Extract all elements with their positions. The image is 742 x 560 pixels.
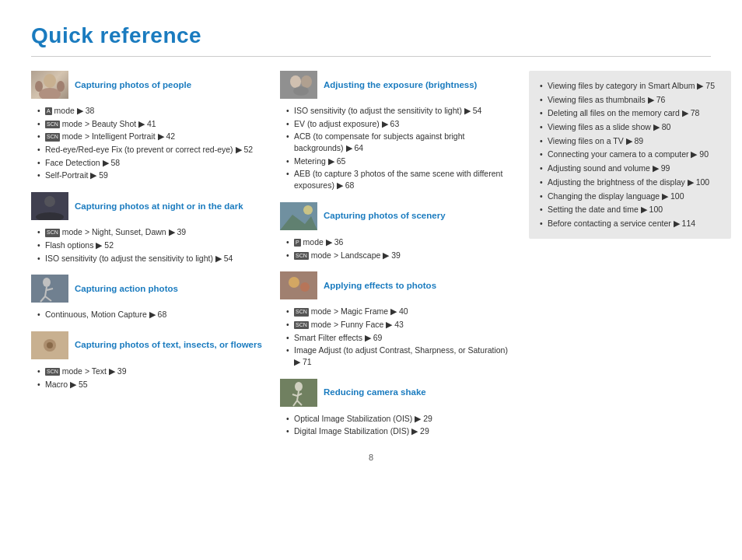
section-effects-header: Applying effects to photos bbox=[280, 271, 513, 299]
list-item: SCN mode > Text ▶ 39 bbox=[37, 366, 264, 377]
list-item: Viewing files by category in Smart Album… bbox=[540, 80, 720, 92]
mode-icon: SCN bbox=[45, 133, 60, 141]
section-shake-list: Optical Image Stabilization (OIS) ▶ 29 D… bbox=[280, 413, 513, 437]
section-exposure-title: Adjusting the exposure (brightness) bbox=[324, 79, 477, 91]
section-action-thumb bbox=[31, 275, 68, 303]
list-item: Continuous, Motion Capture ▶ 68 bbox=[37, 309, 264, 320]
svg-point-2 bbox=[35, 81, 43, 92]
right-info-box: Viewing files by category in Smart Album… bbox=[529, 71, 731, 239]
section-effects-list: SCN mode > Magic Frame ▶ 40 SCN mode > F… bbox=[280, 306, 513, 367]
list-item: Self-Portrait ▶ 59 bbox=[37, 170, 264, 181]
section-action: Capturing action photos Continuous, Moti… bbox=[31, 275, 264, 320]
right-info-list: Viewing files by category in Smart Album… bbox=[540, 80, 720, 229]
section-text-list: SCN mode > Text ▶ 39 Macro ▶ 55 bbox=[31, 366, 264, 390]
mode-icon: SCN bbox=[45, 121, 60, 128]
section-exposure-list: ISO sensitivity (to adjust the sensitivi… bbox=[280, 105, 513, 191]
list-item: ISO sensitivity (to adjust the sensitivi… bbox=[286, 105, 513, 117]
section-effects-thumb bbox=[280, 271, 317, 299]
section-exposure-header: Adjusting the exposure (brightness) bbox=[280, 71, 513, 99]
list-item: SCN mode > Funny Face ▶ 43 bbox=[286, 319, 513, 331]
list-item: Changing the display language ▶ 100 bbox=[540, 191, 720, 202]
section-text-title: Capturing photos of text, insects, or fl… bbox=[75, 339, 262, 351]
section-people-title: Capturing photos of people bbox=[75, 79, 191, 91]
mode-icon: SCN bbox=[45, 368, 60, 376]
section-night: Capturing photos at night or in the dark… bbox=[31, 192, 264, 264]
list-item: SCN mode > Beauty Shot ▶ 41 bbox=[37, 118, 264, 130]
list-item: Deleting all files on the memory card ▶ … bbox=[540, 107, 720, 119]
list-item: Metering ▶ 65 bbox=[286, 156, 513, 167]
section-scenery-header: Capturing photos of scenery bbox=[280, 202, 513, 230]
section-people-list: A mode ▶ 38 SCN mode > Beauty Shot ▶ 41 … bbox=[31, 105, 264, 181]
section-scenery: Capturing photos of scenery P mode ▶ 36 … bbox=[280, 202, 513, 261]
list-item: SCN mode > Magic Frame ▶ 40 bbox=[286, 306, 513, 317]
list-item: Adjusting the brightness of the display … bbox=[540, 177, 720, 188]
section-text-thumb bbox=[31, 331, 68, 359]
section-scenery-list: P mode ▶ 36 SCN mode > Landscape ▶ 39 bbox=[280, 236, 513, 261]
mode-icon: SCN bbox=[294, 321, 309, 329]
section-scenery-thumb bbox=[280, 202, 317, 230]
section-action-list: Continuous, Motion Capture ▶ 68 bbox=[31, 309, 264, 320]
list-item: ISO sensitivity (to adjust the sensitivi… bbox=[37, 253, 264, 264]
list-item: SCN mode > Landscape ▶ 39 bbox=[286, 250, 513, 261]
svg-point-27 bbox=[295, 382, 303, 391]
list-item: Smart Filter effects ▶ 69 bbox=[286, 332, 513, 344]
svg-point-5 bbox=[44, 196, 55, 207]
mode-icon: P bbox=[294, 239, 301, 247]
svg-rect-23 bbox=[280, 271, 317, 299]
mode-icon: SCN bbox=[45, 229, 60, 236]
list-item: Viewing files as thumbnails ▶ 76 bbox=[540, 94, 720, 106]
section-shake-title: Reducing camera shake bbox=[324, 387, 426, 398]
section-scenery-title: Capturing photos of scenery bbox=[324, 210, 446, 222]
section-night-header: Capturing photos at night or in the dark bbox=[31, 192, 264, 220]
list-item: Viewing files on a TV ▶ 89 bbox=[540, 135, 720, 147]
section-people: Capturing photos of people A mode ▶ 38 S… bbox=[31, 71, 264, 181]
svg-point-24 bbox=[289, 277, 299, 288]
list-item: Viewing files as a slide show ▶ 80 bbox=[540, 121, 720, 133]
list-item: Before contacting a service center ▶ 114 bbox=[540, 218, 720, 229]
list-item: AEB (to capture 3 photos of the same sce… bbox=[286, 168, 513, 191]
section-shake-thumb bbox=[280, 379, 317, 407]
section-people-thumb bbox=[31, 71, 68, 99]
list-item: SCN mode > Night, Sunset, Dawn ▶ 39 bbox=[37, 226, 264, 238]
list-item: Adjusting sound and volume ▶ 99 bbox=[540, 163, 720, 174]
list-item: Image Adjust (to adjust Contrast, Sharpn… bbox=[286, 345, 513, 367]
left-column: Capturing photos of people A mode ▶ 38 S… bbox=[31, 71, 264, 437]
section-text: Capturing photos of text, insects, or fl… bbox=[31, 331, 264, 390]
page-title: Quick reference bbox=[31, 23, 711, 48]
page-number: 8 bbox=[31, 453, 711, 462]
svg-point-1 bbox=[39, 88, 61, 99]
svg-point-17 bbox=[290, 75, 301, 88]
list-item: Connecting your camera to a computer ▶ 9… bbox=[540, 149, 720, 160]
list-item: Digital Image Stabilization (DIS) ▶ 29 bbox=[286, 425, 513, 437]
title-divider bbox=[31, 56, 711, 57]
list-item: ACB (to compensate for subjects against … bbox=[286, 131, 513, 153]
svg-point-15 bbox=[47, 342, 53, 348]
list-item: SCN mode > Intelligent Portrait ▶ 42 bbox=[37, 131, 264, 142]
main-grid: Capturing photos of people A mode ▶ 38 S… bbox=[31, 71, 711, 437]
svg-point-3 bbox=[57, 81, 65, 92]
list-item: Macro ▶ 55 bbox=[37, 379, 264, 390]
section-effects: Applying effects to photos SCN mode > Ma… bbox=[280, 271, 513, 367]
section-night-thumb bbox=[31, 192, 68, 220]
section-exposure-thumb bbox=[280, 71, 317, 99]
list-item: A mode ▶ 38 bbox=[37, 105, 264, 117]
list-item: Setting the date and time ▶ 100 bbox=[540, 204, 720, 215]
list-item: P mode ▶ 36 bbox=[286, 236, 513, 248]
mid-column: Adjusting the exposure (brightness) ISO … bbox=[280, 71, 513, 437]
section-night-list: SCN mode > Night, Sunset, Dawn ▶ 39 Flas… bbox=[31, 226, 264, 264]
svg-point-22 bbox=[303, 205, 313, 215]
svg-point-25 bbox=[300, 282, 310, 292]
section-action-title: Capturing action photos bbox=[75, 283, 178, 295]
section-shake-header: Reducing camera shake bbox=[280, 379, 513, 407]
list-item: Flash options ▶ 52 bbox=[37, 240, 264, 251]
svg-point-0 bbox=[44, 74, 56, 88]
svg-point-18 bbox=[301, 75, 312, 88]
section-people-header: Capturing photos of people bbox=[31, 71, 264, 99]
list-item: Face Detection ▶ 58 bbox=[37, 157, 264, 169]
right-column: Viewing files by category in Smart Album… bbox=[529, 71, 731, 437]
mode-icon: A bbox=[45, 107, 52, 115]
svg-point-19 bbox=[293, 86, 309, 96]
list-item: Red-eye/Red-eye Fix (to prevent or corre… bbox=[37, 144, 264, 156]
mode-icon: SCN bbox=[294, 308, 309, 316]
section-night-title: Capturing photos at night or in the dark bbox=[75, 201, 243, 212]
